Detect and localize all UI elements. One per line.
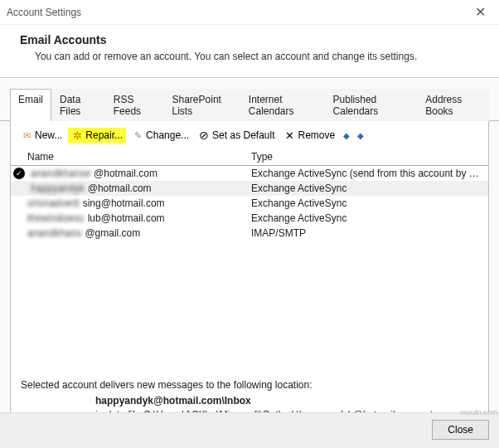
change-button[interactable]: ✎ Change... bbox=[128, 128, 192, 143]
change-label: Change... bbox=[146, 129, 189, 141]
new-icon: ✉ bbox=[21, 129, 32, 141]
tab-published-calendars[interactable]: Published Calendars bbox=[325, 89, 418, 121]
default-label: Set as Default bbox=[212, 129, 274, 141]
watermark: wsxdn.com bbox=[460, 408, 497, 416]
location-intro: Selected account delivers new messages t… bbox=[21, 379, 478, 391]
close-icon[interactable]: ✕ bbox=[468, 4, 492, 20]
page-subtitle: You can add or remove an account. You ca… bbox=[20, 51, 479, 62]
account-prefix: anandkhanse bbox=[31, 168, 90, 179]
tab-address-books[interactable]: Address Books bbox=[417, 89, 489, 121]
toolbar: ✉ New... ✲ Repair... ✎ Change... ⊘ Set a… bbox=[11, 121, 488, 151]
titlebar: Account Settings ✕ bbox=[0, 0, 499, 25]
move-down-button[interactable]: ◆ bbox=[355, 131, 366, 140]
account-type: Exchange ActiveSync (send from this acco… bbox=[251, 168, 488, 179]
account-prefix: thewindowsc bbox=[27, 212, 85, 224]
account-email: lub@hotmail.com bbox=[88, 212, 165, 224]
new-button[interactable]: ✉ New... bbox=[17, 128, 65, 143]
account-type: Exchange ActiveSync bbox=[251, 197, 488, 209]
account-email: @hotmail.com bbox=[94, 168, 157, 179]
col-name[interactable]: Name bbox=[11, 151, 251, 163]
tab-data-files[interactable]: Data Files bbox=[51, 89, 105, 121]
default-account-icon: ✓ bbox=[13, 168, 25, 179]
table-row[interactable]: anandkhans@gmail.com IMAP/SMTP bbox=[11, 226, 488, 241]
remove-icon: ✕ bbox=[283, 129, 295, 141]
window-title: Account Settings bbox=[7, 7, 468, 18]
check-icon: ⊘ bbox=[198, 129, 210, 141]
table-row[interactable]: thewindowsclub@hotmail.com Exchange Acti… bbox=[11, 211, 488, 226]
account-type: Exchange ActiveSync bbox=[251, 212, 488, 224]
email-pane: ✉ New... ✲ Repair... ✎ Change... ⊘ Set a… bbox=[10, 121, 489, 436]
account-prefix: anandkhans bbox=[27, 227, 81, 239]
set-default-button[interactable]: ⊘ Set as Default bbox=[195, 128, 278, 143]
location-folder: happyandyk@hotmail.com\Inbox bbox=[21, 395, 478, 407]
account-email: @hotmail.com bbox=[88, 183, 152, 194]
tab-strip: Email Data Files RSS Feeds SharePoint Li… bbox=[0, 78, 499, 121]
new-label: New... bbox=[35, 129, 62, 141]
account-type: Exchange ActiveSync bbox=[251, 183, 488, 194]
repair-icon: ✲ bbox=[71, 129, 83, 141]
tab-sharepoint-lists[interactable]: SharePoint Lists bbox=[164, 89, 240, 121]
accounts-table: Name Type ✓ anandkhanse@hotmail.com Exch… bbox=[11, 151, 488, 241]
account-prefix: happyandyk bbox=[31, 183, 85, 194]
tab-email[interactable]: Email bbox=[10, 89, 51, 121]
col-type[interactable]: Type bbox=[251, 151, 488, 163]
close-button[interactable]: Close bbox=[432, 420, 489, 440]
table-header: Name Type bbox=[11, 151, 488, 166]
repair-button[interactable]: ✲ Repair... bbox=[68, 128, 126, 143]
table-row[interactable]: ✓ anandkhanse@hotmail.com Exchange Activ… bbox=[11, 166, 488, 181]
move-up-button[interactable]: ◆ bbox=[341, 131, 352, 140]
repair-label: Repair... bbox=[85, 129, 123, 141]
tab-internet-calendars[interactable]: Internet Calendars bbox=[240, 89, 325, 121]
table-row[interactable]: orionadvertising@hotmail.com Exchange Ac… bbox=[11, 196, 488, 211]
remove-button[interactable]: ✕ Remove bbox=[280, 128, 338, 143]
tab-content: ✉ New... ✲ Repair... ✎ Change... ⊘ Set a… bbox=[0, 121, 499, 436]
account-prefix: orionadverti bbox=[27, 197, 80, 209]
account-type: IMAP/SMTP bbox=[251, 227, 488, 239]
header: Email Accounts You can add or remove an … bbox=[0, 25, 499, 77]
account-email: sing@hotmail.com bbox=[83, 197, 165, 209]
account-email: @gmail.com bbox=[85, 227, 140, 239]
table-row[interactable]: happyandyk@hotmail.com Exchange ActiveSy… bbox=[11, 181, 488, 196]
tab-rss-feeds[interactable]: RSS Feeds bbox=[105, 89, 164, 121]
footer: Close bbox=[0, 412, 499, 448]
change-icon: ✎ bbox=[132, 129, 143, 141]
remove-label: Remove bbox=[298, 129, 335, 141]
page-title: Email Accounts bbox=[20, 33, 479, 46]
